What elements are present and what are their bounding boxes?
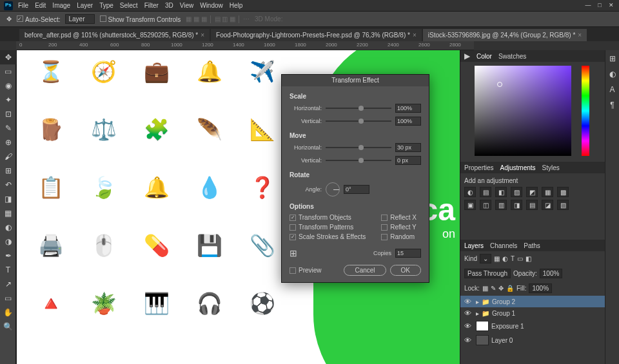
heal-tool[interactable]: ⊕	[0, 135, 16, 149]
close-icon[interactable]: ×	[201, 32, 204, 39]
path-tool[interactable]: ↗	[0, 277, 16, 291]
lock-icon[interactable]: 🔒	[506, 285, 514, 292]
filter-icon[interactable]: T	[511, 255, 515, 262]
blend-mode-dropdown[interactable]: Pass Through	[464, 269, 511, 278]
panel-icon[interactable]: A	[609, 85, 614, 94]
layers-tab[interactable]: Layers	[464, 242, 484, 249]
window-minimize-icon[interactable]: —	[583, 1, 593, 9]
cancel-button[interactable]: Cancel	[344, 265, 386, 276]
type-tool[interactable]: T	[0, 263, 16, 277]
menu-image[interactable]: Image	[52, 2, 70, 9]
close-icon[interactable]: ×	[413, 32, 417, 39]
color-cursor[interactable]	[497, 82, 502, 87]
ok-button[interactable]: OK	[390, 265, 421, 276]
adj-icon[interactable]: ▧	[557, 200, 569, 210]
styles-tab[interactable]: Styles	[542, 164, 560, 171]
visibility-icon[interactable]: 👁	[464, 336, 473, 344]
layer-row[interactable]: 👁▸📁Group 1	[460, 307, 605, 319]
lasso-tool[interactable]: ◉	[0, 79, 16, 93]
layer-row[interactable]: 👁Exposure 1	[460, 319, 605, 333]
panel-icon[interactable]: ⊞	[609, 54, 616, 63]
move-v-input[interactable]	[395, 156, 421, 165]
reflect-x-checkbox[interactable]	[381, 215, 388, 221]
adj-icon[interactable]: ▤	[526, 200, 538, 210]
properties-tab[interactable]: Properties	[464, 164, 494, 171]
blur-tool[interactable]: ◐	[0, 220, 16, 235]
zoom-tool[interactable]: 🔍	[0, 320, 16, 334]
layer-row[interactable]: 👁Layer 0	[460, 333, 605, 347]
visibility-icon[interactable]: 👁	[464, 322, 473, 330]
menu-3d[interactable]: 3D	[165, 2, 173, 9]
adj-icon[interactable]: ▥	[495, 200, 507, 210]
transform-objects-checkbox[interactable]	[290, 215, 296, 221]
hue-slider[interactable]	[582, 66, 589, 156]
tab-document-1[interactable]: before_after.psd @ 101% (shutterstock_85…	[19, 29, 210, 41]
wand-tool[interactable]: ✦	[0, 93, 16, 107]
chevron-icon[interactable]: ▸	[476, 310, 479, 317]
adj-icon[interactable]: ▩	[557, 187, 569, 197]
filter-icon[interactable]: ▦	[494, 255, 500, 262]
lock-icon[interactable]: ✎	[491, 285, 496, 292]
adj-icon[interactable]: ◫	[480, 200, 491, 210]
auto-select-dropdown[interactable]: Layer	[65, 14, 94, 24]
kind-filter[interactable]: ⌄	[480, 254, 491, 263]
filter-icon[interactable]: ◧	[526, 255, 531, 262]
auto-select-checkbox[interactable]	[17, 15, 23, 22]
hand-tool[interactable]: ✋	[0, 305, 16, 320]
chevron-icon[interactable]: ▸	[476, 298, 479, 305]
menu-edit[interactable]: Edit	[35, 2, 46, 9]
adj-icon[interactable]: ◩	[526, 187, 538, 197]
lock-icon[interactable]: ✥	[498, 285, 504, 292]
lock-icon[interactable]: ▦	[482, 285, 488, 292]
menu-layer[interactable]: Layer	[77, 2, 93, 9]
close-icon[interactable]: ×	[578, 32, 582, 39]
scale-v-input[interactable]	[395, 117, 421, 126]
shape-tool[interactable]: ▭	[0, 291, 16, 305]
reflect-y-checkbox[interactable]	[381, 224, 388, 231]
scale-h-slider[interactable]	[326, 108, 391, 109]
menu-file[interactable]: File	[18, 2, 28, 9]
marquee-tool[interactable]: ▭	[0, 64, 16, 79]
move-tool[interactable]: ✥	[0, 50, 16, 64]
layer-row[interactable]: 👁▸📁Group 2	[460, 296, 605, 307]
menu-help[interactable]: Help	[230, 2, 243, 9]
adj-icon[interactable]: ▦	[542, 187, 553, 197]
window-close-icon[interactable]: ✕	[606, 1, 616, 9]
adj-icon[interactable]: ◧	[495, 187, 507, 197]
menu-window[interactable]: Window	[200, 2, 223, 9]
visibility-icon[interactable]: 👁	[464, 298, 473, 305]
menu-view[interactable]: View	[180, 2, 194, 9]
scale-v-slider[interactable]	[326, 120, 391, 122]
color-field[interactable]	[475, 66, 571, 156]
play-icon[interactable]: ▶	[464, 52, 470, 61]
anchor-grid-icon[interactable]: ⊞	[290, 248, 297, 258]
random-checkbox[interactable]	[381, 234, 388, 240]
opacity-input[interactable]: 100%	[540, 269, 563, 278]
tab-document-3[interactable]: iStock-535796896.jpg @ 24,4% (Group 2, R…	[423, 29, 587, 41]
pen-tool[interactable]: ✒	[0, 249, 16, 263]
adjustments-tab[interactable]: Adjustments	[500, 164, 536, 171]
angle-input[interactable]	[344, 185, 369, 194]
move-h-slider[interactable]	[326, 147, 391, 148]
adj-icon[interactable]: ◐	[464, 187, 476, 197]
transform-patterns-checkbox[interactable]	[290, 224, 296, 231]
adj-icon[interactable]: ▤	[480, 187, 491, 197]
swatches-tab[interactable]: Swatches	[498, 53, 526, 60]
preview-checkbox[interactable]	[290, 267, 296, 274]
menu-type[interactable]: Type	[99, 2, 113, 9]
menu-select[interactable]: Select	[120, 2, 138, 9]
scale-strokes-checkbox[interactable]	[290, 234, 296, 240]
stamp-tool[interactable]: ⊞	[0, 164, 16, 178]
copies-input[interactable]	[395, 249, 421, 258]
channels-tab[interactable]: Channels	[490, 242, 517, 249]
panel-icon[interactable]: ◐	[609, 70, 616, 79]
color-tab[interactable]: Color	[477, 53, 492, 60]
angle-dial[interactable]	[326, 182, 340, 196]
panel-icon[interactable]: ¶	[610, 101, 614, 110]
move-h-input[interactable]	[395, 143, 421, 152]
show-transform-checkbox[interactable]	[100, 15, 106, 22]
adj-icon[interactable]: ◪	[542, 200, 553, 210]
tab-document-2[interactable]: Food-Photography-Lightroom-Presets-Free.…	[211, 29, 422, 41]
gradient-tool[interactable]: ▦	[0, 206, 16, 220]
adj-icon[interactable]: ◨	[511, 200, 522, 210]
